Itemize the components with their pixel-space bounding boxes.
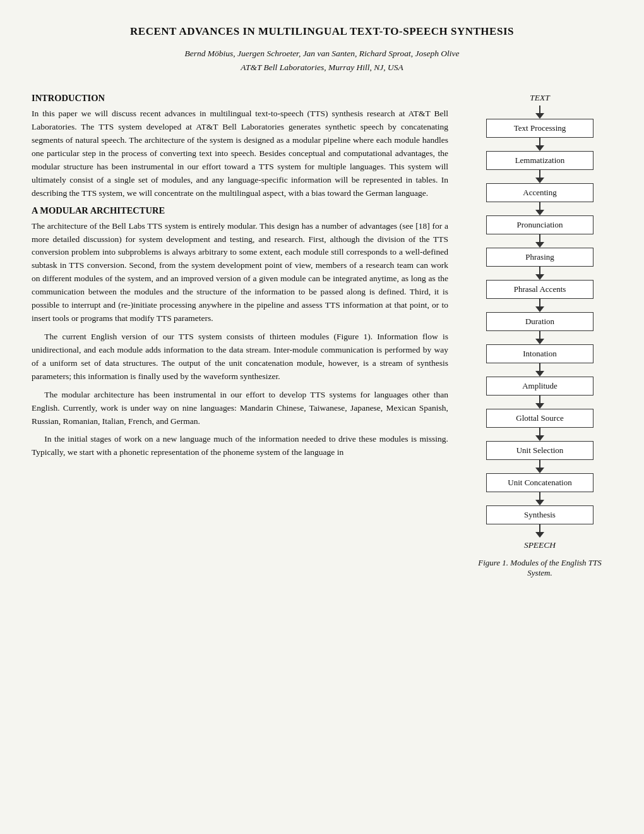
diagram-top-label: TEXT	[530, 93, 550, 103]
arrow-bottom	[535, 524, 544, 538]
left-column: INTRODUCTION In this paper we will discu…	[32, 93, 448, 464]
box-intonation: Intonation	[486, 344, 593, 363]
arrow-head	[535, 145, 544, 151]
arrow-line	[539, 299, 540, 306]
arrow-line	[539, 492, 540, 500]
modular-architecture-text: The architecture of the Bell Labs TTS sy…	[32, 220, 448, 460]
arrow-line	[539, 106, 540, 113]
arrow-head	[535, 210, 544, 215]
arrow-head	[535, 274, 544, 280]
arrow-6	[535, 299, 544, 312]
arrow-line	[539, 138, 540, 145]
box-pronunciation: Pronunciation	[486, 215, 593, 234]
arrow-line	[539, 460, 540, 468]
arrow-9	[535, 396, 544, 409]
box-accenting: Accenting	[486, 183, 593, 202]
arrow-2	[535, 170, 544, 183]
arrow-head	[535, 178, 544, 183]
arrow-1	[535, 138, 544, 151]
arrow-head	[535, 113, 544, 119]
arrow-3	[535, 202, 544, 215]
right-column: TEXT Text Processing Lemmatization Accen…	[467, 93, 612, 578]
arrow-top	[535, 106, 544, 119]
box-unit-concatenation: Unit Concatenation	[486, 473, 593, 492]
arrow-head	[535, 468, 544, 473]
arrow-10	[535, 428, 544, 441]
box-phrasing: Phrasing	[486, 248, 593, 267]
arrow-line	[539, 363, 540, 371]
arrow-5	[535, 267, 544, 280]
box-phrasal-accents: Phrasal Accents	[486, 280, 593, 299]
box-lemmatization: Lemmatization	[486, 151, 593, 170]
arrow-head	[535, 532, 544, 538]
arrow-head	[535, 242, 544, 248]
arrow-line	[539, 428, 540, 435]
arrow-line	[539, 396, 540, 403]
page-title: RECENT ADVANCES IN MULTILINGUAL TEXT-TO-…	[32, 25, 612, 38]
introduction-heading: INTRODUCTION	[32, 93, 448, 104]
arrow-head	[535, 339, 544, 344]
figure-caption: Figure 1. Modules of the English TTS Sys…	[467, 558, 612, 578]
arrow-head	[535, 306, 544, 312]
section-introduction: INTRODUCTION In this paper we will discu…	[32, 93, 448, 200]
box-duration: Duration	[486, 312, 593, 331]
arrow-8	[535, 363, 544, 377]
arrow-line	[539, 170, 540, 178]
arrow-line	[539, 202, 540, 210]
box-amplitude: Amplitude	[486, 377, 593, 396]
box-glottal-source: Glottal Source	[486, 409, 593, 428]
arrow-head	[535, 500, 544, 505]
arrow-head	[535, 371, 544, 377]
arrow-7	[535, 331, 544, 344]
arrow-line	[539, 331, 540, 339]
box-text-processing: Text Processing	[486, 119, 593, 138]
arrow-12	[535, 492, 544, 505]
box-synthesis: Synthesis	[486, 505, 593, 524]
arrow-head	[535, 435, 544, 441]
arrow-4	[535, 234, 544, 248]
modular-architecture-heading: A MODULAR ARCHITECTURE	[32, 205, 448, 216]
arrow-line	[539, 524, 540, 532]
section-modular-architecture: A MODULAR ARCHITECTURE The architecture …	[32, 205, 448, 460]
tts-diagram: TEXT Text Processing Lemmatization Accen…	[486, 93, 593, 550]
arrow-line	[539, 267, 540, 274]
arrow-line	[539, 234, 540, 242]
authors: Bernd Möbius, Juergen Schroeter, Jan van…	[32, 47, 612, 74]
diagram-bottom-label: SPEECH	[524, 540, 556, 550]
arrow-11	[535, 460, 544, 473]
arrow-head	[535, 403, 544, 409]
box-unit-selection: Unit Selection	[486, 441, 593, 460]
introduction-text: In this paper we will discuss recent adv…	[32, 107, 448, 200]
